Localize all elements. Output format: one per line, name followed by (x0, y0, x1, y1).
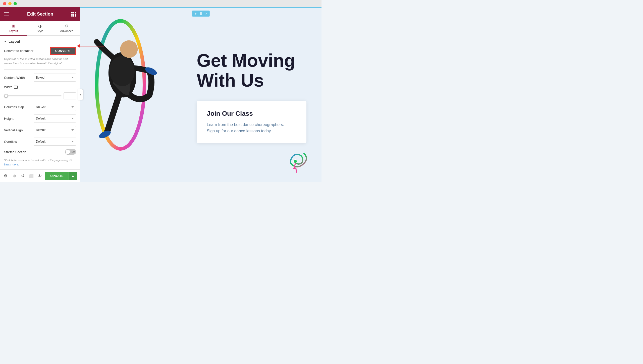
tab-style[interactable]: ◑ Style (27, 21, 53, 35)
close-section-icon[interactable]: × (205, 12, 207, 16)
toolbar-icons: ⚙ ⊕ ↺ ⬜ 👁 (3, 173, 42, 178)
add-section-icon[interactable]: + (195, 12, 197, 16)
layers-icon[interactable]: ⊕ (12, 173, 17, 178)
learn-more-link[interactable]: Learn more. (4, 163, 19, 166)
layout-icon: ⊞ (12, 24, 15, 28)
settings-icon[interactable]: ⚙ (3, 173, 8, 178)
columns-gap-label: Columns Gap (4, 105, 32, 109)
stretch-section-row: Stretch Section NO (4, 149, 76, 155)
eye-icon[interactable]: 👁 (37, 173, 42, 178)
card-text: Learn from the best dance choreographers… (207, 122, 296, 134)
tab-style-label: Style (37, 29, 43, 33)
vertical-align-select[interactable]: Default Top Middle Bottom (34, 126, 76, 134)
section-topbar: + ⠿ × (192, 11, 210, 17)
collapse-sidebar-button[interactable] (78, 89, 83, 100)
card-title: Join Our Class (207, 110, 296, 117)
collapse-arrow-icon (80, 93, 81, 96)
vertical-align-label: Vertical Align (4, 128, 32, 132)
content-width-label: Content Width (4, 76, 32, 80)
update-btn-group: UPDATE ▲ (45, 172, 77, 180)
chevron-down-icon (4, 41, 7, 42)
tab-advanced-label: Advanced (60, 29, 73, 33)
close-button[interactable] (3, 2, 6, 5)
info-card: Join Our Class Learn from the best dance… (197, 101, 306, 143)
tab-layout-label: Layout (9, 29, 18, 33)
drag-section-icon[interactable]: ⠿ (200, 12, 202, 16)
style-icon: ◑ (38, 24, 42, 28)
columns-gap-row: Columns Gap No Gap Narrow Default Wide (4, 103, 76, 111)
stretch-section-toggle[interactable]: NO (65, 149, 76, 155)
width-row: Width (4, 85, 76, 89)
height-row: Height Default Fit To Screen Min Height (4, 114, 76, 123)
content-width-row: Content Width Boxed Full Width (4, 74, 76, 82)
bottom-toolbar: ⚙ ⊕ ↺ ⬜ 👁 UPDATE ▲ (0, 169, 80, 182)
hero-title: Get Moving With Us (197, 51, 306, 90)
hero-section: Get Moving With Us Join Our Class Learn … (80, 7, 322, 182)
update-dropdown-button[interactable]: ▲ (69, 172, 77, 180)
convert-button[interactable]: CONVERT (50, 47, 76, 55)
app-container: Edit Section ⊞ Layout ◑ Style ⚙ Advanced (0, 7, 322, 182)
arrow-head (77, 44, 80, 48)
tab-layout[interactable]: ⊞ Layout (0, 21, 27, 35)
height-select[interactable]: Default Fit To Screen Min Height (34, 114, 76, 123)
sidebar-content: Layout Convert to container CONVERT Copi… (0, 36, 80, 169)
width-slider[interactable] (4, 95, 62, 96)
vertical-align-row: Vertical Align Default Top Middle Bottom (4, 126, 76, 134)
sidebar-panel: Edit Section ⊞ Layout ◑ Style ⚙ Advanced (0, 7, 80, 182)
text-area: Get Moving With Us Join Our Class Learn … (182, 36, 322, 153)
layout-section-header[interactable]: Layout (0, 36, 80, 47)
width-input[interactable] (64, 92, 76, 99)
form-section: Convert to container CONVERT Copies all … (0, 47, 80, 169)
overflow-label: Overflow (4, 140, 32, 144)
width-label: Width (4, 85, 32, 89)
spiral-decoration (289, 148, 309, 174)
maximize-button[interactable] (14, 2, 17, 5)
advanced-icon: ⚙ (65, 24, 69, 28)
grid-icon[interactable] (71, 12, 76, 17)
toggle-no-label: NO (72, 151, 75, 153)
convert-to-container-row: Convert to container CONVERT (4, 47, 76, 55)
columns-gap-select[interactable]: No Gap Narrow Default Wide (34, 103, 76, 111)
history-icon[interactable]: ↺ (20, 173, 25, 178)
convert-label: Convert to container (4, 47, 47, 53)
monitor-icon (14, 86, 18, 89)
sidebar-header: Edit Section (0, 7, 80, 21)
content-width-select[interactable]: Boxed Full Width (34, 74, 76, 82)
stretch-section-label: Stretch Section (4, 150, 63, 154)
overflow-select[interactable]: Default Hidden Auto (34, 138, 76, 146)
overflow-row: Overflow Default Hidden Auto (4, 138, 76, 146)
red-arrow-annotation (80, 46, 104, 46)
width-slider-container (4, 92, 76, 103)
height-label: Height (4, 117, 32, 120)
divider (4, 69, 76, 70)
responsive-icon[interactable]: ⬜ (29, 173, 34, 178)
update-button[interactable]: UPDATE (45, 172, 68, 180)
hamburger-icon[interactable] (4, 12, 9, 16)
tab-advanced[interactable]: ⚙ Advanced (53, 21, 80, 35)
convert-description: Copies all of the selected sections and … (4, 57, 76, 65)
tab-bar: ⊞ Layout ◑ Style ⚙ Advanced (0, 21, 80, 36)
minimize-button[interactable] (8, 2, 12, 5)
image-area (80, 7, 182, 182)
sidebar-title: Edit Section (27, 12, 53, 17)
svg-point-6 (294, 160, 297, 163)
main-content: + ⠿ × (80, 7, 322, 182)
stretch-description: Stretch the section to the full width of… (4, 158, 76, 166)
dancer-figure (85, 20, 163, 175)
layout-section-label: Layout (9, 39, 20, 43)
titlebar (0, 0, 322, 7)
